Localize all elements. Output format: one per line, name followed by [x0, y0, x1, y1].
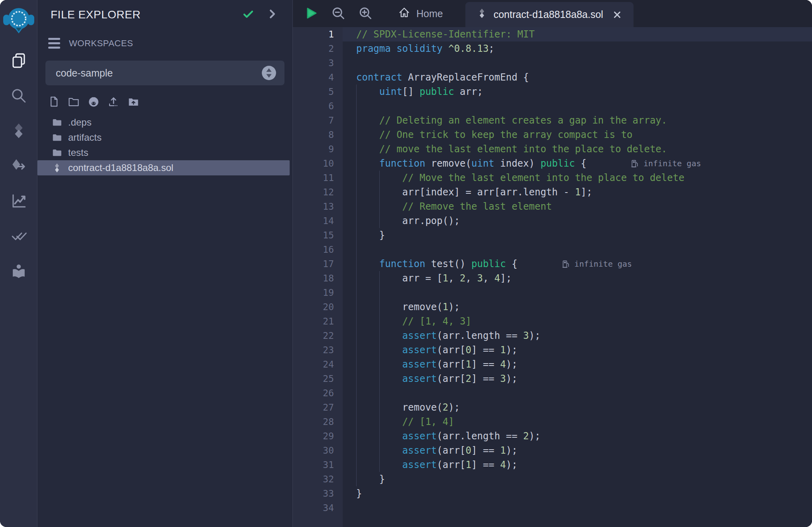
- run-script-button[interactable]: [304, 6, 318, 22]
- code-line-21[interactable]: // [1, 4, 3]: [343, 314, 812, 328]
- upload-file-icon: [108, 96, 120, 108]
- workspaces-label: WORKSPACES: [69, 38, 133, 49]
- learneth-icon: [10, 263, 27, 279]
- sidebar-item-solidity-unit-testing[interactable]: [0, 218, 37, 254]
- sidebar-item-deploy-and-run[interactable]: [0, 148, 37, 183]
- code-line-30[interactable]: assert(arr[0] == 1);: [343, 443, 812, 458]
- chevron-right-icon: [266, 8, 278, 21]
- sidebar-item-file-explorer[interactable]: [0, 43, 37, 78]
- code-editor[interactable]: 1// SPDX-License-Identifier: MIT2pragma …: [293, 27, 812, 527]
- tab-contract-file[interactable]: contract-d1a8818a8a.sol: [465, 2, 634, 27]
- remix-logo-icon[interactable]: [2, 3, 35, 37]
- tree-item-label: artifacts: [68, 132, 102, 143]
- code-line-3[interactable]: [343, 56, 812, 70]
- tab-home[interactable]: Home: [386, 0, 455, 27]
- gas-estimate-label: infinite gas: [575, 257, 632, 271]
- tree-item-.deps[interactable]: .deps: [37, 115, 292, 130]
- code-line-34[interactable]: [343, 501, 812, 515]
- code-line-33[interactable]: }: [343, 486, 812, 501]
- line-number-28: 28: [293, 415, 343, 429]
- new-folder-button[interactable]: [67, 95, 80, 108]
- code-line-23[interactable]: assert(arr[0] == 1);: [343, 343, 812, 357]
- code-line-1[interactable]: // SPDX-License-Identifier: MIT: [343, 27, 812, 41]
- line-number-17: 17: [293, 257, 343, 271]
- code-row-21: 21 // [1, 4, 3]: [293, 314, 812, 328]
- line-number-5: 5: [293, 85, 343, 99]
- code-row-32: 32 }: [293, 472, 812, 486]
- indent-guide: [356, 415, 357, 429]
- code-row-2: 2pragma solidity ^0.8.13;: [293, 41, 812, 56]
- code-line-22[interactable]: assert(arr.length == 3);: [343, 328, 812, 343]
- code-line-5[interactable]: uint[] public arr;: [343, 85, 812, 99]
- code-line-8[interactable]: // One trick to keep the array compact i…: [343, 128, 812, 142]
- line-number-20: 20: [293, 300, 343, 314]
- code-line-19[interactable]: [343, 285, 812, 300]
- line-number-30: 30: [293, 443, 343, 458]
- tree-item-label: .deps: [68, 117, 92, 128]
- indent-guide: [356, 357, 357, 372]
- line-number-9: 9: [293, 142, 343, 156]
- code-line-28[interactable]: // [1, 4]: [343, 415, 812, 429]
- indent-guide: [356, 271, 357, 285]
- code-line-4[interactable]: contract ArrayReplaceFromEnd {: [343, 70, 812, 85]
- workspace-select[interactable]: code-sample: [45, 61, 284, 85]
- code-line-9[interactable]: // move the last element into the place …: [343, 142, 812, 156]
- deploy-and-run-icon: [10, 157, 27, 174]
- new-file-button[interactable]: [47, 95, 61, 108]
- code-line-26[interactable]: [343, 386, 812, 400]
- code-line-18[interactable]: arr = [1, 2, 3, 4];: [343, 271, 812, 285]
- upload-file-button[interactable]: [107, 95, 120, 108]
- code-line-13[interactable]: // Remove the last element: [343, 199, 812, 214]
- line-number-33: 33: [293, 486, 343, 501]
- code-line-6[interactable]: [343, 99, 812, 113]
- sidebar-item-learneth[interactable]: [0, 254, 37, 289]
- sidebar-item-search[interactable]: [0, 78, 37, 113]
- indent-guide: [356, 372, 357, 386]
- search-icon: [10, 87, 27, 104]
- line-number-14: 14: [293, 214, 343, 228]
- code-row-27: 27 remove(2);: [293, 400, 812, 415]
- sidebar-item-solidity-compiler[interactable]: [0, 113, 37, 148]
- code-line-16[interactable]: [343, 242, 812, 257]
- code-line-20[interactable]: remove(1);: [343, 300, 812, 314]
- indent-guide: [356, 242, 357, 257]
- home-icon: [398, 6, 410, 21]
- workspaces-menu-button[interactable]: [46, 35, 63, 51]
- line-number-26: 26: [293, 386, 343, 400]
- indent-guide: [356, 85, 357, 99]
- code-row-19: 19: [293, 285, 812, 300]
- close-tab-icon[interactable]: [612, 10, 622, 20]
- zoom-in-button[interactable]: [358, 6, 373, 22]
- indent-guide: [356, 429, 357, 443]
- sidebar-item-solidity-analysis[interactable]: [0, 183, 37, 218]
- code-line-12[interactable]: arr[index] = arr[arr.length - 1];: [343, 185, 812, 199]
- indent-guide: [379, 458, 380, 472]
- code-line-15[interactable]: }: [343, 228, 812, 242]
- code-line-11[interactable]: // Move the last element into the place …: [343, 171, 812, 185]
- code-line-24[interactable]: assert(arr[1] == 4);: [343, 357, 812, 372]
- code-line-2[interactable]: pragma solidity ^0.8.13;: [343, 41, 812, 56]
- code-line-7[interactable]: // Deleting an element creates a gap in …: [343, 113, 812, 128]
- indent-guide: [356, 257, 357, 271]
- github-button[interactable]: [87, 95, 100, 108]
- tree-item-contract-d1a8818a8a.sol[interactable]: contract-d1a8818a8a.sol: [37, 160, 290, 175]
- code-line-31[interactable]: assert(arr[1] == 4);: [343, 458, 812, 472]
- upload-folder-button[interactable]: [127, 95, 140, 108]
- zoom-out-button[interactable]: [331, 6, 345, 22]
- tree-item-artifacts[interactable]: artifacts: [37, 130, 292, 145]
- code-line-25[interactable]: assert(arr[2] == 3);: [343, 372, 812, 386]
- accept-check-button[interactable]: [242, 8, 254, 21]
- code-line-17[interactable]: function test() public {infinite gas: [343, 257, 812, 271]
- line-number-13: 13: [293, 199, 343, 214]
- code-line-29[interactable]: assert(arr.length == 2);: [343, 429, 812, 443]
- code-line-32[interactable]: }: [343, 472, 812, 486]
- code-line-14[interactable]: arr.pop();: [343, 214, 812, 228]
- collapse-panel-button[interactable]: [266, 8, 278, 21]
- indent-guide: [379, 185, 380, 199]
- select-arrows-icon: [261, 65, 277, 81]
- code-line-27[interactable]: remove(2);: [343, 400, 812, 415]
- code-line-10[interactable]: function remove(uint index) public {infi…: [343, 156, 812, 171]
- page-title: FILE EXPLORER: [51, 8, 230, 21]
- code-row-18: 18 arr = [1, 2, 3, 4];: [293, 271, 812, 285]
- tree-item-tests[interactable]: tests: [37, 145, 292, 160]
